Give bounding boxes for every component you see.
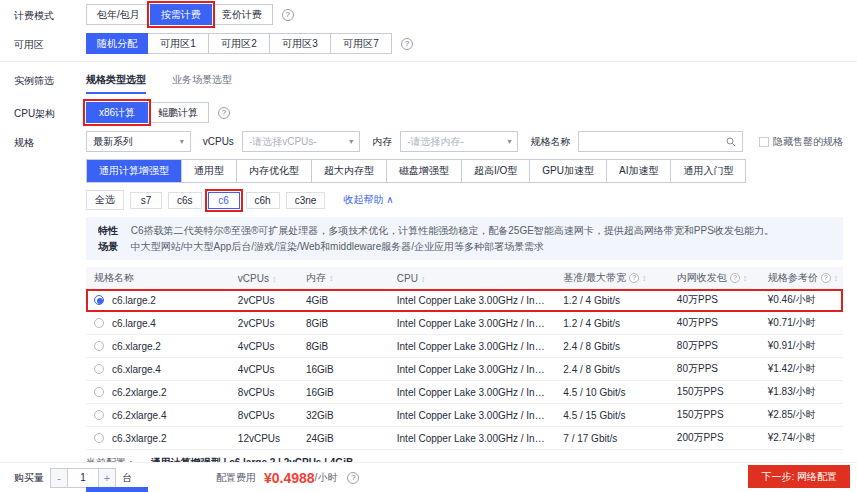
col-header-spec-name: 规格名称 — [86, 267, 230, 289]
memory-select-placeholder: -请选择内存- — [407, 135, 464, 149]
spec-table: 规格名称 vCPUs↕ 内存↕ CPU↕ 基准/最大带宽?↕ 内网收发包?↕ 规… — [86, 267, 843, 450]
cpu-arch-label: CPU架构 — [14, 102, 86, 121]
spec-row-c6-xlarge-2[interactable]: c6.xlarge.2 4vCPUs 8GiB Intel Copper Lak… — [86, 335, 843, 358]
col-header-price[interactable]: 规格参考价?↕ — [760, 267, 843, 289]
spec-row-c6-large-4[interactable]: c6.large.4 2vCPUs 8GiB Intel Copper Lake… — [86, 312, 843, 335]
quantity-decrease-button[interactable]: - — [50, 468, 68, 488]
help-icon[interactable]: ? — [821, 273, 831, 283]
az-option-2[interactable]: 可用区2 — [208, 33, 270, 54]
quantity-increase-button[interactable]: + — [98, 468, 116, 488]
row-radio[interactable] — [94, 410, 104, 420]
tab-business-scenario-selection[interactable]: 业务场景选型 — [172, 73, 232, 94]
image-tab-public[interactable]: 公共镜像 — [86, 487, 148, 492]
vcpus-select[interactable]: -请选择vCPUs- ▾ — [242, 131, 360, 152]
search-icon[interactable] — [726, 137, 736, 147]
chevron-up-icon: ∧ — [386, 194, 393, 205]
quantity-value[interactable]: 1 — [68, 468, 98, 488]
col-header-pps[interactable]: 内网收发包?↕ — [669, 267, 760, 289]
family-tab-ai-accelerated[interactable]: AI加速型 — [607, 160, 671, 182]
col-header-cpu[interactable]: CPU↕ — [389, 267, 556, 289]
chevron-down-icon: ▾ — [507, 137, 511, 146]
sort-icon: ↕ — [272, 274, 277, 284]
spec-row-c6-xlarge-4[interactable]: c6.xlarge.4 4vCPUs 16GiB Intel Copper La… — [86, 358, 843, 381]
az-option-7[interactable]: 可用区7 — [330, 33, 392, 54]
billing-mode-group: 包年/包月 按需计费 竞价计费 — [86, 4, 272, 25]
help-icon[interactable]: ? — [730, 273, 740, 283]
availability-zone-label: 可用区 — [14, 33, 86, 52]
feature-text: C6搭载第二代英特尔®至强®可扩展处理器，多项技术优化，计算性能强劲稳定，配备2… — [131, 225, 774, 236]
fee-help-icon[interactable]: ? — [347, 472, 359, 484]
family-tab-general[interactable]: 通用型 — [182, 160, 237, 182]
az-option-3[interactable]: 可用区3 — [269, 33, 331, 54]
collapse-help-link[interactable]: 收起帮助 ∧ — [343, 193, 393, 207]
series-select[interactable]: 最新系列 ▾ — [86, 131, 191, 152]
family-tab-disk-intensive[interactable]: 磁盘增强型 — [387, 160, 462, 182]
fee-amount: ¥0.4988 — [264, 470, 315, 486]
spec-row-c6-3xlarge-2[interactable]: c6.3xlarge.2 12vCPUs 24GiB Intel Copper … — [86, 427, 843, 450]
sort-icon: ↕ — [642, 273, 647, 283]
family-tab-general-entry[interactable]: 通用入门型 — [671, 160, 745, 182]
cpu-arch-kunpeng[interactable]: 鲲鹏计算 — [147, 102, 209, 123]
instance-filter-row: 实例筛选 规格类型选型 业务场景选型 — [0, 65, 857, 98]
availability-zone-row: 可用区 随机分配 可用区1 可用区2 可用区3 可用区7 ? — [0, 29, 857, 58]
scene-label: 场景 — [98, 241, 118, 252]
spec-row-c6-2xlarge-4[interactable]: c6.2xlarge.4 8vCPUs 32GiB Intel Copper L… — [86, 404, 843, 427]
family-tab-gpu-accelerated[interactable]: GPU加速型 — [530, 160, 607, 182]
instance-filter-tabs: 规格类型选型 业务场景选型 — [86, 69, 232, 94]
series-tab-c3ne[interactable]: c3ne — [286, 192, 326, 209]
memory-filter-label: 内存 — [372, 135, 392, 149]
sort-icon: ↕ — [329, 273, 334, 283]
spec-filter-bar: 最新系列 ▾ vCPUs -请选择vCPUs- ▾ 内存 -请选择内存- ▾ 规… — [86, 131, 843, 152]
cpu-arch-group: x86计算 鲲鹏计算 — [86, 102, 208, 123]
billing-mode-row: 计费模式 包年/包月 按需计费 竞价计费 ? — [0, 0, 857, 29]
az-help-icon[interactable]: ? — [401, 38, 413, 50]
tab-spec-type-selection[interactable]: 规格类型选型 — [86, 73, 146, 94]
row-radio[interactable] — [94, 364, 104, 374]
spec-row-c6-large-2[interactable]: c6.large.2 2vCPUs 4GiB Intel Copper Lake… — [86, 289, 843, 312]
az-option-random[interactable]: 随机分配 — [86, 33, 148, 54]
series-tab-s7[interactable]: s7 — [130, 192, 162, 209]
col-header-bandwidth[interactable]: 基准/最大带宽?↕ — [555, 267, 669, 289]
billing-option-on-demand[interactable]: 按需计费 — [150, 4, 212, 25]
hide-soldout-checkbox[interactable] — [759, 137, 769, 147]
family-tab-large-memory[interactable]: 超大内存型 — [312, 160, 387, 182]
az-option-1[interactable]: 可用区1 — [147, 33, 209, 54]
cpu-arch-x86[interactable]: x86计算 — [86, 102, 148, 123]
col-header-memory[interactable]: 内存↕ — [298, 267, 389, 289]
billing-mode-label: 计费模式 — [14, 4, 86, 23]
divider — [0, 61, 857, 62]
row-radio[interactable] — [94, 341, 104, 351]
spec-name-input[interactable] — [585, 135, 726, 148]
fee-label: 配置费用 — [216, 471, 256, 485]
series-select-value: 最新系列 — [93, 135, 133, 149]
series-tab-c6h[interactable]: c6h — [246, 192, 280, 209]
row-radio[interactable] — [94, 387, 104, 397]
billing-option-yearly-monthly[interactable]: 包年/包月 — [86, 4, 151, 25]
col-header-vcpus[interactable]: vCPUs↕ — [230, 267, 298, 289]
series-tab-all[interactable]: 全选 — [86, 190, 124, 210]
row-radio[interactable] — [94, 433, 104, 443]
vcpus-select-placeholder: -请选择vCPUs- — [249, 135, 317, 149]
family-tab-ultra-high-io[interactable]: 超高I/O型 — [462, 160, 530, 182]
instance-filter-label: 实例筛选 — [14, 69, 86, 88]
quantity-label: 购买量 — [14, 471, 44, 485]
next-step-button[interactable]: 下一步: 网络配置 — [748, 465, 850, 488]
memory-select[interactable]: -请选择内存- ▾ — [400, 131, 518, 152]
billing-option-spot[interactable]: 竞价计费 — [211, 4, 273, 25]
spec-series-tabs: 全选 s7 c6s c6 c6h c3ne 收起帮助 ∧ — [86, 190, 843, 210]
cpu-arch-help-icon[interactable]: ? — [218, 107, 230, 119]
family-tab-general-computing-plus[interactable]: 通用计算增强型 — [87, 160, 182, 182]
billing-help-icon[interactable]: ? — [282, 9, 294, 21]
spec-row-c6-2xlarge-2[interactable]: c6.2xlarge.2 8vCPUs 16GiB Intel Copper L… — [86, 381, 843, 404]
row-radio[interactable] — [94, 318, 104, 328]
series-tab-c6s[interactable]: c6s — [168, 192, 202, 209]
row-radio-selected[interactable] — [94, 295, 104, 305]
series-tab-c6[interactable]: c6 — [208, 192, 240, 209]
hide-soldout-checkbox-label[interactable]: 隐藏售罄的规格 — [759, 135, 843, 149]
family-tab-memory-optimized[interactable]: 内存优化型 — [237, 160, 312, 182]
help-icon[interactable]: ? — [629, 273, 639, 283]
ecs-purchase-page: 计费模式 包年/包月 按需计费 竞价计费 ? 可用区 随机分配 可用区1 可用区… — [0, 0, 857, 492]
scene-text: 中大型网站/中大型App后台/游戏/渲染/Web和middleware服务器/企… — [131, 241, 544, 252]
chevron-down-icon: ▾ — [349, 137, 353, 146]
feature-label: 特性 — [98, 225, 118, 236]
